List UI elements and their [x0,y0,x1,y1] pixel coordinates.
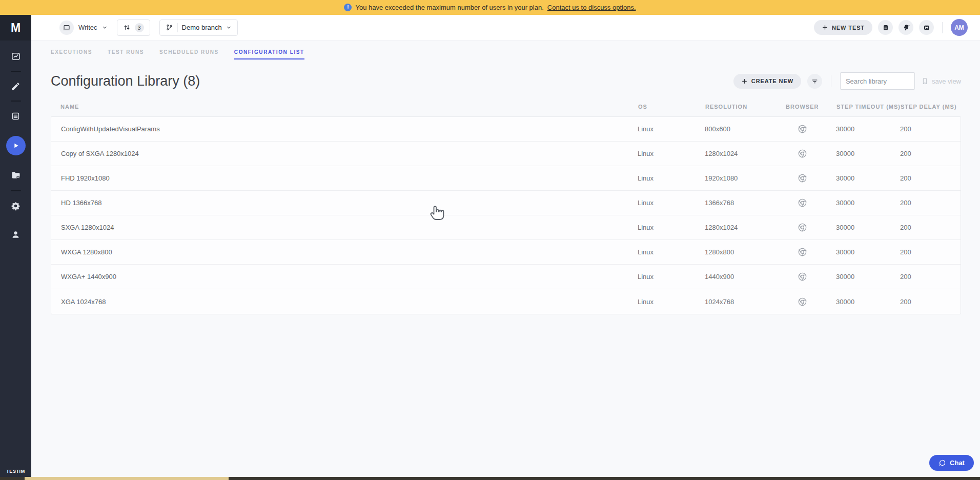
step-delay-cell: 200 [900,248,961,256]
chrome-browser-icon [798,198,807,208]
config-name-cell: FHD 1920x1080 [51,174,638,182]
branch-box-divider [177,23,178,32]
resolution-cell: 1024x768 [705,298,785,306]
browser-cell [785,272,836,282]
table-row[interactable]: WXGA+ 1440x900 Linux 1440x900 30000 200 [51,265,961,289]
tab-configuration-list[interactable]: CONFIGURATION LIST [234,49,304,59]
filter-icon[interactable] [807,74,822,89]
chat-bubble-icon [938,459,946,467]
config-name-cell: Copy of SXGA 1280x1024 [51,150,638,157]
editor-pencil-icon[interactable] [7,77,25,95]
browser-cell [785,124,836,134]
insights-chart-icon[interactable] [7,48,25,65]
table-row[interactable]: FHD 1920x1080 Linux 1920x1080 30000 200 [51,166,961,191]
config-name-cell: HD 1366x768 [51,199,638,207]
configuration-table: NAME OS RESOLUTION BROWSER STEP TIMEOUT … [51,97,961,314]
chevron-down-icon [102,25,108,30]
banner-text: You have exceeded the maximum number of … [355,4,543,11]
resolution-cell: 1440x900 [705,273,785,281]
chat-button[interactable]: Chat [929,455,974,471]
chrome-browser-icon [798,272,807,282]
tab-scheduled-runs[interactable]: SCHEDULED RUNS [159,49,219,59]
table-row[interactable]: Copy of SXGA 1280x1024 Linux 1280x1024 3… [51,142,961,166]
step-timeout-cell: 30000 [836,199,900,207]
step-timeout-cell: 30000 [836,174,900,182]
step-delay-cell: 200 [900,273,961,281]
browser-cell [785,223,836,232]
user-avatar[interactable]: AM [951,19,968,36]
column-header-name: NAME [51,104,638,110]
chrome-browser-icon [798,247,807,257]
table-row[interactable]: HD 1366x768 Linux 1366x768 30000 200 [51,191,961,215]
column-header-browser: BROWSER [786,104,836,110]
step-timeout-cell: 30000 [836,224,900,231]
tab-executions[interactable]: EXECUTIONS [51,49,92,59]
search-input[interactable] [840,72,915,90]
test-list-icon[interactable] [7,107,25,125]
save-view-button[interactable]: save view [921,77,961,85]
branch-selector[interactable]: Demo branch [159,19,238,36]
testim-logo[interactable]: M [0,15,31,41]
sidebar-divider [11,190,21,191]
suites-folder-gear-icon[interactable] [7,167,25,184]
project-name: Writec [78,24,97,31]
column-header-step-timeout: STEP TIMEOUT (MS) [836,104,901,110]
header-divider [942,22,943,33]
resolution-cell: 800x600 [705,125,785,133]
step-delay-cell: 200 [900,224,961,231]
column-header-os: OS [638,104,705,110]
browser-cell [785,297,836,307]
page-title: Configuration Library (8) [51,73,200,89]
create-new-button[interactable]: CREATE NEW [733,74,801,89]
chrome-browser-icon [798,173,807,183]
os-cell: Linux [638,298,705,306]
chevron-down-icon [226,25,232,30]
os-cell: Linux [638,224,705,231]
os-cell: Linux [638,273,705,281]
contact-us-link[interactable]: Contact us to discuss options. [547,4,636,11]
user-profile-icon[interactable] [7,226,25,243]
step-timeout-cell: 30000 [836,150,900,157]
notifications-bell-icon[interactable] [899,20,913,35]
new-test-button[interactable]: NEW TEST [814,20,872,35]
resolution-cell: 1280x1024 [705,224,785,231]
sidebar: M [0,15,31,480]
testim-box-icon[interactable] [919,20,934,35]
chrome-browser-icon [798,124,807,134]
table-row[interactable]: ConfigWithUpdatedVisualParams Linux 800x… [51,117,961,142]
chrome-browser-icon [798,223,807,232]
config-name-cell: XGA 1024x768 [51,298,638,306]
resolution-cell: 1280x800 [705,248,785,256]
branch-name: Demo branch [182,24,222,31]
resolution-cell: 1920x1080 [705,174,785,182]
activity-log-icon[interactable] [878,20,893,35]
pending-changes-count: 3 [135,23,144,32]
config-name-cell: WXGA 1280x800 [51,248,638,256]
table-row[interactable]: SXGA 1280x1024 Linux 1280x1024 30000 200 [51,215,961,240]
resolution-cell: 1366x768 [705,199,785,207]
project-selector[interactable]: Writec [59,21,108,35]
top-header: Writec 3 Demo branch [31,15,980,41]
chrome-browser-icon [798,149,807,158]
sidebar-divider [11,71,21,72]
settings-gear-icon[interactable] [7,197,25,214]
plus-icon [741,78,748,85]
table-row[interactable]: XGA 1024x768 Linux 1024x768 30000 200 [51,289,961,314]
runs-play-icon[interactable] [6,136,26,155]
step-timeout-cell: 30000 [836,125,900,133]
bookmark-icon [921,77,929,85]
os-cell: Linux [638,150,705,157]
laptop-icon [59,21,74,35]
step-delay-cell: 200 [900,150,961,157]
config-name-cell: WXGA+ 1440x900 [51,273,638,281]
config-table-body: ConfigWithUpdatedVisualParams Linux 800x… [51,116,961,314]
pending-changes-button[interactable]: 3 [117,19,150,36]
os-cell: Linux [638,174,705,182]
step-timeout-cell: 30000 [836,298,900,306]
os-cell: Linux [638,199,705,207]
os-cell: Linux [638,248,705,256]
recording-progress-bar [0,477,980,480]
tab-test-runs[interactable]: TEST RUNS [108,49,144,59]
step-timeout-cell: 30000 [836,273,900,281]
table-row[interactable]: WXGA 1280x800 Linux 1280x800 30000 200 [51,240,961,265]
